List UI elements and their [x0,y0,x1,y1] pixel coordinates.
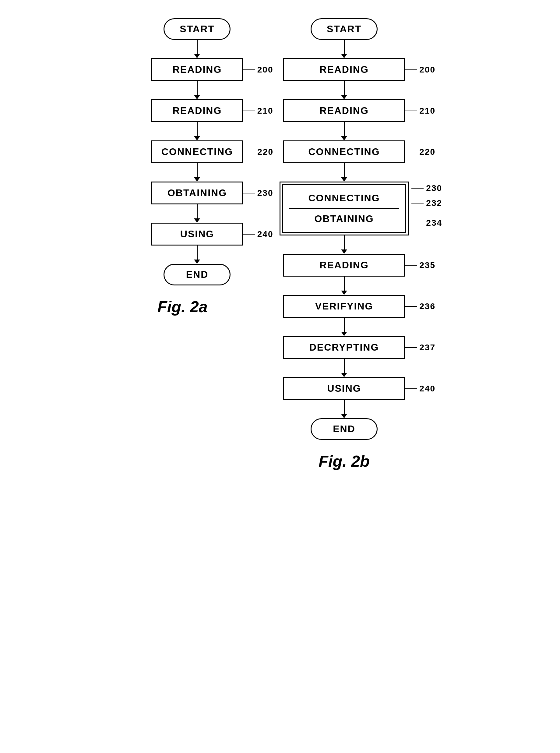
start-pill-2b: START [311,18,378,40]
node-obtaining-2a: OBTAINING 230 [151,181,243,204]
node-reading2-2a: READING 210 [151,99,243,122]
arrow-1-2a [194,40,200,58]
fig2b-label: Fig. 2b [319,452,370,470]
ref-230-2b: 230 [412,183,442,193]
arrow-2-2b [341,81,347,99]
reading1-rect-2a: READING [151,58,243,81]
start-pill-2a: START [163,18,231,40]
reading2-label-2a: READING [173,105,222,116]
reading3-rect-2b: READING [283,254,405,277]
ref-234-2b: 234 [412,218,442,228]
node-verifying-2b: VERIFYING 236 [283,295,405,318]
verifying-label-2b: VERIFYING [315,301,373,312]
obtaining-rect-2a: OBTAINING [151,181,243,204]
ref-232-2b: 232 [412,198,442,208]
connecting1-label-2b: CONNECTING [308,146,380,157]
ref-200-2b: 200 [405,65,436,75]
fig2a-label: Fig. 2a [157,298,208,316]
ref-210-2a: 210 [243,106,274,116]
arrow-4-2b [341,163,347,181]
arrow-2-2a [194,81,200,99]
node-group-2b: CONNECTING OBTAINING 230 232 234 [280,181,409,236]
group-outer-2b: CONNECTING OBTAINING [280,181,409,236]
ref-236-2b: 236 [405,301,436,311]
ref-230-2a: 230 [243,188,274,198]
arrow-8-2b [341,359,347,377]
arrow-6-2a [194,245,200,264]
group-obtaining-label: OBTAINING [314,213,374,224]
decrypting-rect-2b: DECRYPTING [283,336,405,359]
ref-237-2b: 237 [405,343,436,353]
verifying-rect-2b: VERIFYING [283,295,405,318]
connecting-label-2a: CONNECTING [161,146,233,157]
ref-210-2b: 210 [405,106,436,116]
reading1-label-2a: READING [173,64,222,75]
ref-200-2a: 200 [243,65,274,75]
arrow-7-2b [341,318,347,336]
connecting-rect-2a: CONNECTING [151,140,243,163]
node-reading3-2b: READING 235 [283,254,405,277]
end-label-2a: END [186,269,208,280]
page: START READING 200 READING 210 [12,18,548,470]
group-inner-2b: CONNECTING OBTAINING [282,184,406,233]
node-connecting1-2b: CONNECTING 220 [283,140,405,163]
using-rect-2a: USING [151,223,243,245]
arrow-5-2a [194,204,200,223]
node-end-2b: END [311,418,378,440]
using-label-2a: USING [180,229,214,239]
ref-240-2b: 240 [405,384,436,394]
end-pill-2b: END [311,418,378,440]
arrow-1-2b [341,40,347,58]
ref-220-2b: 220 [405,147,436,157]
ref-235-2b: 235 [405,260,436,270]
ref-220-2a: 220 [243,147,274,157]
node-start-2b: START [311,18,378,40]
arrow-5-2b [341,236,347,254]
arrow-4-2a [194,163,200,181]
start-label-2a: START [180,23,214,35]
group-connecting-label: CONNECTING [308,193,380,203]
node-using-2b: USING 240 [283,377,405,400]
node-start-2a: START [163,18,231,40]
node-connecting-2a: CONNECTING 220 [151,140,243,163]
start-label-2b: START [327,23,361,35]
arrow-6-2b [341,277,347,295]
obtaining-label-2a: OBTAINING [167,187,227,198]
connecting1-rect-2b: CONNECTING [283,140,405,163]
node-end-2a: END [163,264,231,285]
end-label-2b: END [333,423,355,434]
reading2-label-2b: READING [319,105,369,116]
reading2-rect-2b: READING [283,99,405,122]
decrypting-label-2b: DECRYPTING [309,342,379,353]
node-decrypting-2b: DECRYPTING 237 [283,336,405,359]
using-rect-2b: USING [283,377,405,400]
arrow-3-2a [194,122,200,140]
using-label-2b: USING [327,383,361,394]
ref-240-2a: 240 [243,230,274,239]
node-reading2-2b: READING 210 [283,99,405,122]
diagram-2a: START READING 200 READING 210 [151,18,243,316]
reading1-rect-2b: READING [283,58,405,81]
reading2-rect-2a: READING [151,99,243,122]
end-pill-2a: END [163,264,231,285]
arrow-9-2b [341,400,347,418]
reading3-label-2b: READING [319,259,369,271]
node-using-2a: USING 240 [151,223,243,245]
arrow-3-2b [341,122,347,140]
node-reading1-2b: READING 200 [283,58,405,81]
reading1-label-2b: READING [319,64,369,75]
node-reading1-2a: READING 200 [151,58,243,81]
diagram-2b: START READING 200 READING 210 [280,18,409,470]
